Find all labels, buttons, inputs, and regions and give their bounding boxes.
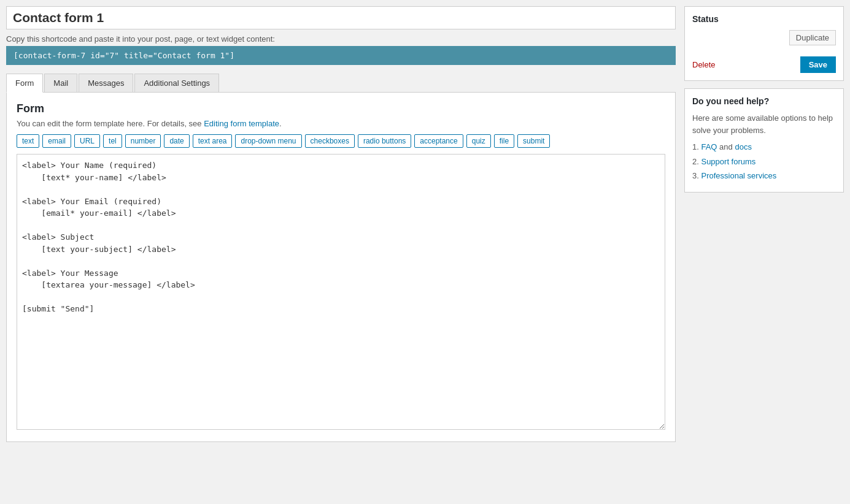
tag-btn-quiz[interactable]: quiz [466,134,491,148]
form-title-input[interactable] [6,6,676,29]
help-list-item-2: Support forums [692,156,836,168]
docs-link[interactable]: docs [735,142,751,151]
faq-link[interactable]: FAQ [701,142,717,151]
tag-btn-radio[interactable]: radio buttons [358,134,411,148]
tag-buttons-row: text email URL tel number date text area… [17,134,665,148]
duplicate-button[interactable]: Duplicate [789,30,836,45]
help-list: FAQ and docs Support forums Professional… [692,141,836,182]
sidebar: Status Duplicate Delete Save Do you need… [684,6,844,200]
help-panel-title: Do you need help? [692,96,836,106]
status-panel: Status Duplicate Delete Save [684,6,844,81]
help-list-item-3: Professional services [692,170,836,182]
support-forums-link[interactable]: Support forums [701,157,755,166]
tab-additional-settings[interactable]: Additional Settings [134,74,219,92]
help-list-item-1: FAQ and docs [692,141,836,153]
tag-btn-tel[interactable]: tel [103,134,122,148]
form-section-title: Form [17,102,665,115]
save-button[interactable]: Save [800,56,836,73]
tab-form[interactable]: Form [6,74,43,93]
tag-btn-checkboxes[interactable]: checkboxes [305,134,355,148]
main-content: Copy this shortcode and paste it into yo… [6,6,676,442]
tag-btn-email[interactable]: email [42,134,71,148]
tabs-nav: Form Mail Messages Additional Settings [6,74,676,93]
form-template-textarea[interactable]: <label> Your Name (required) [text* your… [17,154,665,430]
tag-btn-file[interactable]: file [494,134,514,148]
help-panel: Do you need help? Here are some availabl… [684,88,844,193]
tag-btn-dropdown[interactable]: drop-down menu [235,134,301,148]
tag-btn-url[interactable]: URL [74,134,100,148]
tag-btn-submit[interactable]: submit [517,134,550,148]
tab-messages[interactable]: Messages [79,74,133,92]
tag-btn-acceptance[interactable]: acceptance [414,134,463,148]
form-section-desc: You can edit the form template here. For… [17,119,665,128]
tag-btn-textarea[interactable]: text area [193,134,233,148]
professional-services-link[interactable]: Professional services [701,171,776,180]
shortcode-label: Copy this shortcode and paste it into yo… [6,34,676,44]
tag-btn-number[interactable]: number [125,134,161,148]
shortcode-box[interactable]: [contact-form-7 id="7" title="Contact fo… [6,46,676,65]
status-panel-title: Status [692,14,836,24]
tag-btn-text[interactable]: text [17,134,39,148]
tab-panel-form: Form You can edit the form template here… [6,93,676,442]
tag-btn-date[interactable]: date [164,134,189,148]
delete-button[interactable]: Delete [692,60,716,69]
help-panel-desc: Here are some available options to help … [692,112,836,136]
tab-mail[interactable]: Mail [44,74,77,92]
editing-form-template-link[interactable]: Editing form template [204,119,279,128]
